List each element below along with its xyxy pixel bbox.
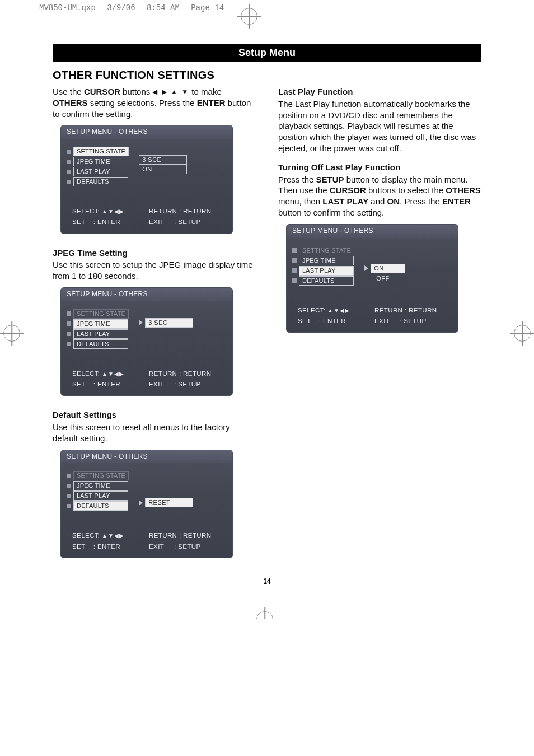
registration-mark-icon (256, 611, 273, 619)
print-date: 3/9/06 (107, 3, 135, 12)
osd-item-defaults: DEFAULTS (73, 177, 128, 186)
osd-footer-set: SET : ENTER (72, 218, 149, 226)
lastplay-body: The Last Play function automatically boo… (278, 99, 481, 154)
osd-item-last-play: LAST PLAY (73, 329, 128, 339)
print-page-label: Page 14 (191, 3, 224, 12)
osd-footer-return: RETURN : RETURN (149, 370, 226, 378)
print-job-header: MV850-UM.qxp 3/9/06 8:54 AM Page 14 (0, 0, 534, 12)
registration-mark-icon (241, 8, 257, 25)
registration-mark-icon (514, 325, 531, 342)
osd-setup-others-defaults: SETUP MENU - OTHERS SETTING STATE JPEG T… (60, 450, 233, 558)
menu-bullet-icon (67, 504, 71, 508)
nav-arrows-icon: ▲▼◀▶ (102, 533, 124, 539)
defaults-body: Use this screen to reset all menus to th… (53, 422, 256, 444)
osd-value-jpeg-sec: 3 SEC (145, 318, 193, 328)
osd-item-jpeg-time: JPEG TIME (73, 319, 128, 329)
heading-jpeg-time: JPEG Time Setting (53, 248, 256, 259)
turnoff-body: Press the SETUP button to display the ma… (278, 174, 481, 218)
menu-bullet-icon (67, 150, 71, 154)
menu-bullet-icon (292, 278, 297, 283)
nav-arrows-icon: ▲▼◀▶ (102, 208, 124, 214)
osd-item-setting-state: SETTING STATE (73, 147, 129, 156)
page-number: 14 (53, 577, 481, 585)
jpeg-body: Use this screen to setup the JPEG image … (53, 259, 256, 282)
menu-bullet-icon (67, 311, 71, 316)
osd-item-defaults: DEFAULTS (73, 339, 128, 349)
crop-line-bottom (125, 619, 410, 619)
osd-item-jpeg-time: JPEG TIME (299, 256, 354, 265)
selection-arrow-icon (139, 320, 143, 325)
osd-item-last-play: LAST PLAY (73, 491, 128, 501)
menu-bullet-icon (292, 248, 297, 253)
osd-footer-select: SELECT: ▲▼◀▶ (72, 370, 149, 378)
osd-setup-others-lastplay: SETUP MENU - OTHERS SETTING STATE JPEG T… (286, 224, 458, 333)
heading-last-play: Last Play Function (278, 86, 481, 97)
print-file-name: MV850-UM.qxp (39, 3, 96, 12)
registration-mark-icon (3, 325, 20, 342)
menu-bullet-icon (67, 342, 71, 346)
osd-item-defaults: DEFAULTS (299, 276, 354, 286)
menu-bullet-icon (67, 321, 71, 326)
right-column: Last Play Function The Last Play functio… (278, 86, 481, 561)
intro-paragraph: Use the CURSOR buttons ◀ ▶ ▲ ▼ to make O… (53, 86, 256, 119)
cursor-arrows-icon: ◀ ▶ ▲ ▼ (152, 88, 189, 96)
nav-arrows-icon: ▲▼◀▶ (327, 307, 350, 314)
osd-item-jpeg-time: JPEG TIME (73, 157, 128, 166)
osd-title: SETUP MENU - OTHERS (61, 288, 232, 301)
osd-footer-exit: EXIT : SETUP (149, 380, 226, 389)
osd-item-defaults: DEFAULTS (73, 501, 128, 511)
heading-turn-off-lastplay: Turning Off Last Play Function (278, 162, 481, 173)
nav-arrows-icon: ▲▼◀▶ (102, 371, 124, 377)
osd-title: SETUP MENU - OTHERS (61, 125, 232, 139)
menu-bullet-icon (67, 484, 71, 488)
osd-footer-select: SELECT: ▲▼◀▶ (72, 207, 149, 216)
print-time: 8:54 AM (147, 3, 180, 12)
menu-bullet-icon (292, 258, 297, 263)
osd-footer-set: SET : ENTER (72, 543, 149, 551)
osd-item-setting-state: SETTING STATE (299, 246, 354, 255)
osd-item-setting-state: SETTING STATE (73, 471, 129, 480)
osd-setup-others-settingstate: SETUP MENU - OTHERS SETTING STATE JPEG T… (60, 125, 233, 234)
menu-bullet-icon (292, 268, 297, 273)
osd-title: SETUP MENU - OTHERS (287, 225, 458, 238)
osd-footer-select: SELECT: ▲▼◀▶ (72, 531, 149, 540)
menu-bullet-icon (67, 494, 71, 498)
selection-arrow-icon (364, 265, 368, 271)
crop-line-top (39, 18, 324, 18)
page-banner: Setup Menu (53, 44, 481, 62)
selection-arrow-icon (139, 500, 143, 506)
menu-bullet-icon (67, 160, 71, 164)
osd-title: SETUP MENU - OTHERS (61, 450, 232, 464)
osd-value-on: ON (371, 264, 405, 273)
osd-footer-exit: EXIT : SETUP (149, 543, 226, 551)
menu-bullet-icon (67, 332, 71, 336)
osd-value-off: OFF (373, 274, 407, 283)
osd-item-last-play: LAST PLAY (73, 167, 128, 176)
osd-footer-exit: EXIT : SETUP (149, 218, 226, 226)
osd-value-jpeg: 3 SCE (139, 155, 187, 165)
osd-value-lastplay: ON (139, 165, 187, 174)
osd-footer-return: RETURN : RETURN (149, 207, 226, 216)
osd-value-reset: RESET (145, 498, 193, 507)
heading-defaults: Default Settings (53, 409, 256, 421)
osd-item-setting-state: SETTING STATE (73, 309, 129, 319)
osd-footer-return: RETURN : RETURN (149, 531, 226, 540)
menu-bullet-icon (67, 180, 71, 184)
osd-item-jpeg-time: JPEG TIME (73, 481, 128, 491)
osd-footer-set: SET : ENTER (298, 317, 374, 325)
osd-footer-return: RETURN : RETURN (374, 306, 451, 315)
menu-bullet-icon (67, 474, 71, 478)
osd-footer-exit: EXIT : SETUP (374, 317, 451, 325)
osd-footer-set: SET : ENTER (72, 380, 149, 389)
section-title: OTHER FUNCTION SETTINGS (53, 69, 481, 82)
osd-footer-select: SELECT: ▲▼◀▶ (298, 306, 374, 315)
left-column: Use the CURSOR buttons ◀ ▶ ▲ ▼ to make O… (53, 86, 256, 561)
menu-bullet-icon (67, 170, 71, 174)
osd-setup-others-jpegtime: SETUP MENU - OTHERS SETTING STATE JPEG T… (60, 287, 233, 396)
osd-item-last-play: LAST PLAY (299, 266, 354, 276)
